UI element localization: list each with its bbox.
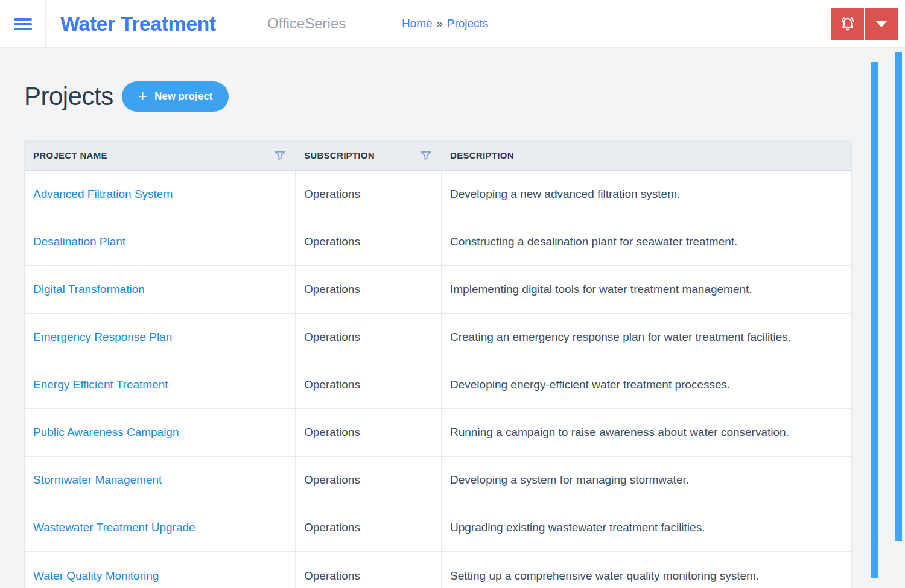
table-row: Wastewater Treatment Upgrade Operations … — [25, 504, 851, 552]
table-row: Digital Transformation Operations Implem… — [25, 266, 851, 314]
hamburger-icon — [14, 18, 32, 21]
description-cell: Upgrading existing wastewater treatment … — [442, 504, 851, 551]
projects-table: PROJECT NAME SUBSCRIPTION DESCRIPTION — [24, 140, 852, 588]
project-link[interactable]: Desalination Plant — [33, 235, 125, 248]
column-label: SUBSCRIPTION — [304, 150, 375, 160]
project-name-cell: Public Awareness Campaign — [25, 409, 296, 456]
project-link[interactable]: Emergency Response Plan — [33, 330, 172, 344]
project-name-cell: Stormwater Management — [25, 457, 296, 504]
description-cell: Running a campaign to raise awareness ab… — [442, 409, 851, 456]
app-suite-label: OfficeSeries — [267, 15, 346, 32]
header-divider — [45, 0, 46, 48]
project-link[interactable]: Energy Efficient Treatment — [33, 378, 168, 391]
subscription-cell: Operations — [296, 314, 442, 361]
project-name-cell: Digital Transformation — [25, 266, 296, 313]
table-row: Emergency Response Plan Operations Creat… — [25, 314, 851, 361]
project-name-cell: Desalination Plant — [25, 218, 296, 265]
new-project-button[interactable]: + New project — [122, 81, 229, 112]
subscription-cell: Operations — [296, 409, 442, 456]
breadcrumb-home-link[interactable]: Home — [402, 17, 433, 30]
table-row: Public Awareness Campaign Operations Run… — [25, 409, 851, 457]
header-actions — [831, 8, 898, 40]
subscription-cell: Operations — [296, 552, 442, 588]
project-name-cell: Advanced Filtration System — [25, 171, 296, 218]
menu-button[interactable] — [9, 11, 37, 37]
column-header-project-name: PROJECT NAME — [25, 141, 296, 170]
subscription-cell: Operations — [296, 218, 442, 265]
project-link[interactable]: Advanced Filtration System — [33, 188, 173, 201]
subscription-cell: Operations — [296, 457, 442, 504]
hamburger-icon — [14, 23, 32, 25]
project-link[interactable]: Wastewater Treatment Upgrade — [33, 521, 195, 534]
column-header-subscription: SUBSCRIPTION — [296, 141, 442, 170]
hamburger-icon — [14, 28, 32, 30]
column-label: PROJECT NAME — [33, 150, 107, 160]
page-title: Projects — [24, 82, 113, 111]
caret-down-icon — [876, 21, 887, 27]
project-name-filter-button[interactable] — [273, 149, 287, 162]
table-scrollbar-thumb[interactable] — [871, 62, 878, 578]
funnel-icon — [421, 150, 431, 161]
funnel-icon — [275, 150, 285, 161]
app-title: Water Treatment — [60, 12, 216, 36]
description-cell: Developing a system for managing stormwa… — [442, 457, 851, 504]
subscription-cell: Operations — [296, 361, 442, 408]
project-link[interactable]: Public Awareness Campaign — [33, 426, 179, 439]
account-menu-button[interactable] — [865, 8, 898, 40]
project-name-cell: Energy Efficient Treatment — [25, 361, 296, 408]
subscription-filter-button[interactable] — [419, 149, 433, 162]
subscription-cell: Operations — [296, 171, 442, 218]
description-cell: Developing a new advanced filtration sys… — [442, 171, 851, 218]
breadcrumb-current-link[interactable]: Projects — [447, 17, 489, 30]
description-cell: Developing energy-efficient water treatm… — [442, 361, 851, 408]
subscription-cell: Operations — [296, 266, 442, 313]
project-name-cell: Emergency Response Plan — [25, 314, 296, 361]
breadcrumb-separator: » — [437, 17, 443, 30]
table-row: Stormwater Management Operations Develop… — [25, 457, 851, 504]
notifications-button[interactable] — [831, 8, 864, 40]
app-header: Water Treatment OfficeSeries Home » Proj… — [0, 0, 905, 48]
plus-icon: + — [138, 88, 147, 104]
project-link[interactable]: Stormwater Management — [33, 473, 162, 487]
description-cell: Implementing digital tools for water tre… — [442, 266, 851, 313]
title-row: Projects + New project — [24, 81, 881, 112]
description-cell: Setting up a comprehensive water quality… — [442, 552, 851, 588]
column-header-description: DESCRIPTION — [442, 141, 851, 170]
project-link[interactable]: Water Quality Monitoring — [33, 569, 159, 583]
table-header-row: PROJECT NAME SUBSCRIPTION DESCRIPTION — [25, 141, 851, 171]
breadcrumb: Home » Projects — [402, 17, 488, 30]
project-name-cell: Wastewater Treatment Upgrade — [25, 504, 296, 551]
table-row: Desalination Plant Operations Constructi… — [25, 218, 851, 266]
column-label: DESCRIPTION — [450, 150, 514, 160]
project-link[interactable]: Digital Transformation — [33, 283, 145, 296]
bell-icon — [838, 14, 857, 34]
description-cell: Creating an emergency response plan for … — [442, 314, 851, 361]
description-cell: Constructing a desalination plant for se… — [442, 218, 851, 265]
page-scrollbar-thumb[interactable] — [895, 52, 902, 541]
new-project-label: New project — [154, 90, 212, 103]
subscription-cell: Operations — [296, 504, 442, 551]
table-row: Water Quality Monitoring Operations Sett… — [25, 552, 851, 588]
table-row: Energy Efficient Treatment Operations De… — [25, 361, 851, 409]
table-row: Advanced Filtration System Operations De… — [25, 171, 851, 218]
main-content: Projects + New project PROJECT NAME SUBS… — [0, 48, 905, 588]
project-name-cell: Water Quality Monitoring — [25, 552, 296, 588]
